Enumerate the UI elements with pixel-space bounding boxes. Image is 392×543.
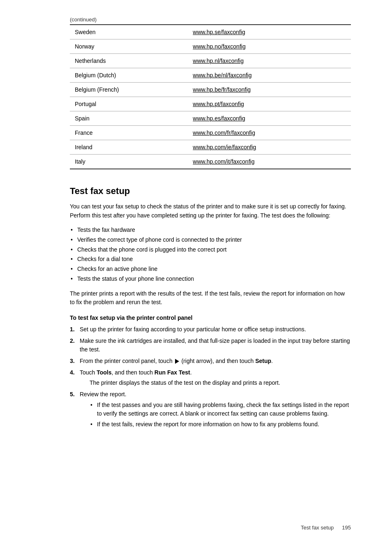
table-row: Netherlandswww.hp.nl/faxconfig bbox=[70, 54, 351, 68]
bullet-item: Checks that the phone cord is plugged in… bbox=[70, 245, 351, 254]
step-text-mid: , and then touch bbox=[112, 369, 154, 376]
step-text-end: . bbox=[271, 358, 273, 364]
step-text: Make sure the ink cartridges are install… bbox=[80, 337, 350, 353]
url-cell[interactable]: www.hp.se/faxconfig bbox=[188, 25, 351, 39]
table-row: Swedenwww.hp.se/faxconfig bbox=[70, 25, 351, 39]
continued-label: (continued) bbox=[70, 16, 351, 23]
step-number: 3. bbox=[70, 357, 75, 366]
url-link[interactable]: www.hp.es/faxconfig bbox=[193, 115, 245, 122]
country-cell: Sweden bbox=[70, 25, 188, 39]
intro-text: You can test your fax setup to check the… bbox=[70, 202, 351, 220]
table-row: Norwaywww.hp.no/faxconfig bbox=[70, 39, 351, 54]
sub-bullet-item: If the test fails, review the report for… bbox=[90, 420, 351, 429]
url-cell[interactable]: www.hp.be/nl/faxconfig bbox=[188, 68, 351, 83]
country-cell: Spain bbox=[70, 111, 188, 126]
page-footer: Test fax setup 195 bbox=[301, 525, 351, 531]
step-item: 2.Make sure the ink cartridges are insta… bbox=[70, 337, 351, 354]
bullet-item: Tests the fax hardware bbox=[70, 226, 351, 235]
print-result-text: The printer prints a report with the res… bbox=[70, 289, 351, 307]
country-cell: Italy bbox=[70, 155, 188, 169]
test-fax-section: Test fax setup You can test your fax set… bbox=[70, 186, 351, 429]
step-item: 4.Touch Tools, and then touch Run Fax Te… bbox=[70, 368, 351, 388]
table-row: Belgium (Dutch)www.hp.be/nl/faxconfig bbox=[70, 68, 351, 83]
country-cell: France bbox=[70, 126, 188, 140]
country-table: Swedenwww.hp.se/faxconfigNorwaywww.hp.no… bbox=[70, 24, 351, 169]
url-link[interactable]: www.hp.com/it/faxconfig bbox=[193, 158, 254, 165]
page-container: (continued) Swedenwww.hp.se/faxconfigNor… bbox=[0, 0, 392, 458]
url-cell[interactable]: www.hp.com/ie/faxconfig bbox=[188, 140, 351, 155]
bullet-item: Verifies the correct type of phone cord … bbox=[70, 236, 351, 245]
table-row: Spainwww.hp.es/faxconfig bbox=[70, 111, 351, 126]
url-link[interactable]: www.hp.be/nl/faxconfig bbox=[193, 72, 251, 79]
url-cell[interactable]: www.hp.be/fr/faxconfig bbox=[188, 83, 351, 97]
country-cell: Norway bbox=[70, 39, 188, 54]
step-number: 1. bbox=[70, 325, 75, 334]
table-row: Belgium (French)www.hp.be/fr/faxconfig bbox=[70, 83, 351, 97]
url-link[interactable]: www.hp.pt/faxconfig bbox=[193, 101, 244, 107]
table-row: Portugalwww.hp.pt/faxconfig bbox=[70, 97, 351, 111]
step-text-after: (right arrow), and then touch bbox=[180, 358, 256, 364]
country-cell: Belgium (Dutch) bbox=[70, 68, 188, 83]
step-text-before: Touch bbox=[80, 369, 97, 376]
footer-page-number: 195 bbox=[342, 525, 351, 531]
table-row: Irelandwww.hp.com/ie/faxconfig bbox=[70, 140, 351, 155]
bullet-item: Checks for an active phone line bbox=[70, 265, 351, 274]
right-arrow-icon bbox=[175, 359, 179, 364]
step-bold1: Tools bbox=[97, 369, 111, 376]
step-item: 3.From the printer control panel, touch … bbox=[70, 357, 351, 366]
url-cell[interactable]: www.hp.pt/faxconfig bbox=[188, 97, 351, 111]
url-cell[interactable]: www.hp.no/faxconfig bbox=[188, 39, 351, 54]
url-link[interactable]: www.hp.com/fr/faxconfig bbox=[193, 129, 255, 136]
country-cell: Portugal bbox=[70, 97, 188, 111]
url-link[interactable]: www.hp.no/faxconfig bbox=[193, 43, 245, 50]
step-number: 5. bbox=[70, 390, 75, 399]
bullet-item: Tests the status of your phone line conn… bbox=[70, 275, 351, 284]
url-link[interactable]: www.hp.nl/faxconfig bbox=[193, 58, 244, 64]
subsection-heading: To test fax setup via the printer contro… bbox=[70, 314, 351, 321]
step-text-before: From the printer control panel, touch bbox=[80, 358, 174, 364]
section-title: Test fax setup bbox=[70, 186, 351, 196]
table-row: Francewww.hp.com/fr/faxconfig bbox=[70, 126, 351, 140]
steps-list: 1.Set up the printer for faxing accordin… bbox=[70, 325, 351, 429]
step-number: 4. bbox=[70, 368, 75, 377]
feature-bullets: Tests the fax hardwareVerifies the corre… bbox=[70, 226, 351, 283]
country-cell: Netherlands bbox=[70, 54, 188, 68]
step-bold2: Run Fax Test bbox=[154, 369, 190, 376]
sub-bullet-item: If the test passes and you are still hav… bbox=[90, 401, 351, 418]
url-link[interactable]: www.hp.se/faxconfig bbox=[193, 29, 245, 35]
step-number: 2. bbox=[70, 337, 75, 346]
step-item: 1.Set up the printer for faxing accordin… bbox=[70, 325, 351, 334]
url-cell[interactable]: www.hp.com/fr/faxconfig bbox=[188, 126, 351, 140]
step-text: Review the report. bbox=[80, 391, 127, 397]
step-bold-word: Setup bbox=[255, 358, 271, 364]
bullet-item: Checks for a dial tone bbox=[70, 255, 351, 264]
step-sub-bullets-container: If the test passes and you are still hav… bbox=[90, 401, 351, 429]
step-sub-text: The printer displays the status of the t… bbox=[90, 379, 351, 388]
url-cell[interactable]: www.hp.es/faxconfig bbox=[188, 111, 351, 126]
url-cell[interactable]: www.hp.nl/faxconfig bbox=[188, 54, 351, 68]
country-cell: Belgium (French) bbox=[70, 83, 188, 97]
step-text: Set up the printer for faxing according … bbox=[80, 326, 306, 333]
url-cell[interactable]: www.hp.com/it/faxconfig bbox=[188, 155, 351, 169]
url-link[interactable]: www.hp.com/ie/faxconfig bbox=[193, 144, 256, 150]
table-row: Italywww.hp.com/it/faxconfig bbox=[70, 155, 351, 169]
sub-bullet-list: If the test passes and you are still hav… bbox=[90, 401, 351, 429]
step-item: 5.Review the report.If the test passes a… bbox=[70, 390, 351, 429]
step-text-after: . bbox=[190, 369, 192, 376]
url-link[interactable]: www.hp.be/fr/faxconfig bbox=[193, 86, 251, 93]
country-cell: Ireland bbox=[70, 140, 188, 155]
footer-section-name: Test fax setup bbox=[301, 525, 334, 531]
